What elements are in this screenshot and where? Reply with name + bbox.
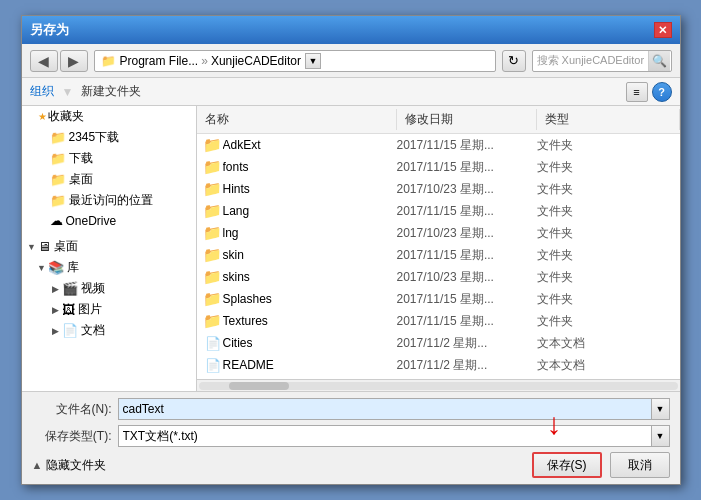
file-name: Hints: [223, 182, 397, 196]
filetype-dropdown[interactable]: ▼: [652, 425, 670, 447]
tree-item-video[interactable]: ▶ 🎬 视频: [22, 278, 196, 299]
forward-button[interactable]: ▶: [60, 50, 88, 72]
breadcrumb-path2: XunjieCADEditor: [211, 54, 301, 68]
tree-label: OneDrive: [66, 214, 117, 228]
tree-item-desktop[interactable]: ▼ 🖥 桌面: [22, 236, 196, 257]
view-button[interactable]: ≡: [626, 82, 648, 102]
tree-item-library[interactable]: ▼ 📚 库: [22, 257, 196, 278]
folder-icon: 📁: [203, 290, 223, 308]
new-folder-button[interactable]: 新建文件夹: [81, 83, 141, 100]
tree-item-recent[interactable]: 📁 最近访问的位置: [22, 190, 196, 211]
toolbar-right: ≡ ?: [626, 82, 672, 102]
title-bar: 另存为 ✕: [22, 16, 680, 44]
search-button[interactable]: 🔍: [648, 50, 670, 72]
file-type: 文件夹: [537, 181, 680, 198]
table-row[interactable]: 📁 fonts 2017/11/15 星期... 文件夹: [197, 156, 680, 178]
breadcrumb-separator: »: [201, 54, 208, 68]
bottom-area: 文件名(N): ▼ 保存类型(T): ▼ ▲ 隐藏文件夹 ↓ 保存(S) 取消: [22, 391, 680, 484]
refresh-button[interactable]: ↻: [502, 50, 526, 72]
folder-icon: 📁: [50, 193, 66, 208]
help-button[interactable]: ?: [652, 82, 672, 102]
search-box[interactable]: 搜索 XunjieCADEditor 🔍: [532, 50, 672, 72]
dialog-title: 另存为: [30, 21, 69, 39]
breadcrumb[interactable]: 📁 Program File... » XunjieCADEditor ▼: [94, 50, 496, 72]
table-row[interactable]: 📄 Cities 2017/11/2 星期... 文本文档: [197, 332, 680, 354]
hide-folders-label: 隐藏文件夹: [46, 457, 106, 474]
content-area: ★ 收藏夹 📁 2345下载 📁 下载 📁 桌面 📁 最近访问的: [22, 106, 680, 391]
file-list[interactable]: 📁 AdkExt 2017/11/15 星期... 文件夹 📁 fonts 20…: [197, 134, 680, 379]
tree-label: 视频: [81, 280, 105, 297]
col-date-header[interactable]: 修改日期: [397, 109, 537, 130]
expand-icon: ▼: [36, 263, 48, 273]
save-button[interactable]: 保存(S): [532, 452, 602, 478]
file-date: 2017/11/15 星期...: [397, 203, 537, 220]
file-type: 文件夹: [537, 269, 680, 286]
document-icon: 📄: [203, 334, 223, 352]
filename-dropdown[interactable]: ▼: [652, 398, 670, 420]
scroll-thumb[interactable]: [229, 382, 289, 390]
folder-icon: 📁: [203, 136, 223, 154]
cancel-button[interactable]: 取消: [610, 452, 670, 478]
table-row[interactable]: 📄 README 2017/11/2 星期... 文本文档: [197, 354, 680, 376]
table-row[interactable]: 📁 Textures 2017/11/15 星期... 文件夹: [197, 310, 680, 332]
library-icon: 📚: [48, 260, 64, 275]
file-date: 2017/10/23 星期...: [397, 225, 537, 242]
file-name: Cities: [223, 336, 397, 350]
filename-label: 文件名(N):: [32, 401, 112, 418]
save-dialog: 另存为 ✕ ◀ ▶ 📁 Program File... » XunjieCADE…: [21, 15, 681, 485]
hide-folders-button[interactable]: ▲ 隐藏文件夹: [32, 457, 107, 474]
col-name-header[interactable]: 名称: [197, 109, 397, 130]
tree-item-onedrive[interactable]: ☁ OneDrive: [22, 211, 196, 230]
expand-icon: ▼: [26, 242, 38, 252]
horizontal-scrollbar[interactable]: [197, 379, 680, 391]
tree-item-favorites[interactable]: ★ 收藏夹: [22, 106, 196, 127]
folder-icon: 📁: [50, 130, 66, 145]
file-type: 文件夹: [537, 203, 680, 220]
file-date: 2017/11/2 星期...: [397, 335, 537, 352]
folder-icon: 📁: [203, 246, 223, 264]
file-type: 文本文档: [537, 357, 680, 374]
table-row[interactable]: 📁 Hints 2017/10/23 星期... 文件夹: [197, 178, 680, 200]
pictures-icon: 🖼: [62, 302, 75, 317]
tree-item-desktop-fav[interactable]: 📁 桌面: [22, 169, 196, 190]
breadcrumb-dropdown[interactable]: ▼: [305, 53, 321, 69]
table-row[interactable]: 📁 Splashes 2017/11/15 星期... 文件夹: [197, 288, 680, 310]
file-type: 文件夹: [537, 313, 680, 330]
filetype-row: 保存类型(T): ▼: [32, 425, 670, 447]
tree-item-documents[interactable]: ▶ 📄 文档: [22, 320, 196, 341]
filetype-input[interactable]: [118, 425, 652, 447]
file-date: 2017/11/2 星期...: [397, 357, 537, 374]
tree-label: 桌面: [54, 238, 78, 255]
table-row[interactable]: 📁 skin 2017/11/15 星期... 文件夹: [197, 244, 680, 266]
file-name: README: [223, 358, 397, 372]
table-row[interactable]: 📁 lng 2017/10/23 星期... 文件夹: [197, 222, 680, 244]
file-type: 文件夹: [537, 291, 680, 308]
table-row[interactable]: 📁 skins 2017/10/23 星期... 文件夹: [197, 266, 680, 288]
file-date: 2017/11/15 星期...: [397, 313, 537, 330]
back-button[interactable]: ◀: [30, 50, 58, 72]
table-row[interactable]: 📁 Lang 2017/11/15 星期... 文件夹: [197, 200, 680, 222]
file-date: 2017/11/15 星期...: [397, 247, 537, 264]
folder-icon: 📁: [203, 202, 223, 220]
tree-item-download[interactable]: 📁 下载: [22, 148, 196, 169]
tree-item-2345[interactable]: 📁 2345下载: [22, 127, 196, 148]
breadcrumb-path1: Program File...: [120, 54, 199, 68]
filename-input[interactable]: [118, 398, 652, 420]
scroll-track[interactable]: [199, 382, 678, 390]
folder-icon: 📁: [203, 158, 223, 176]
col-type-header[interactable]: 类型: [537, 109, 680, 130]
folder-icon: 📁: [50, 151, 66, 166]
file-type: 文件夹: [537, 137, 680, 154]
folder-tree[interactable]: ★ 收藏夹 📁 2345下载 📁 下载 📁 桌面 📁 最近访问的: [22, 106, 197, 391]
expand-icon: ▶: [50, 326, 62, 336]
organize-link[interactable]: 组织: [30, 83, 54, 100]
file-name: Textures: [223, 314, 397, 328]
secondary-toolbar: 组织 ▼ 新建文件夹 ≡ ?: [22, 78, 680, 106]
file-name: skins: [223, 270, 397, 284]
tree-item-pictures[interactable]: ▶ 🖼 图片: [22, 299, 196, 320]
file-date: 2017/10/23 星期...: [397, 181, 537, 198]
hide-arrow-icon: ▲: [32, 459, 43, 471]
close-button[interactable]: ✕: [654, 22, 672, 38]
file-type: 文件夹: [537, 247, 680, 264]
table-row[interactable]: 📁 AdkExt 2017/11/15 星期... 文件夹: [197, 134, 680, 156]
